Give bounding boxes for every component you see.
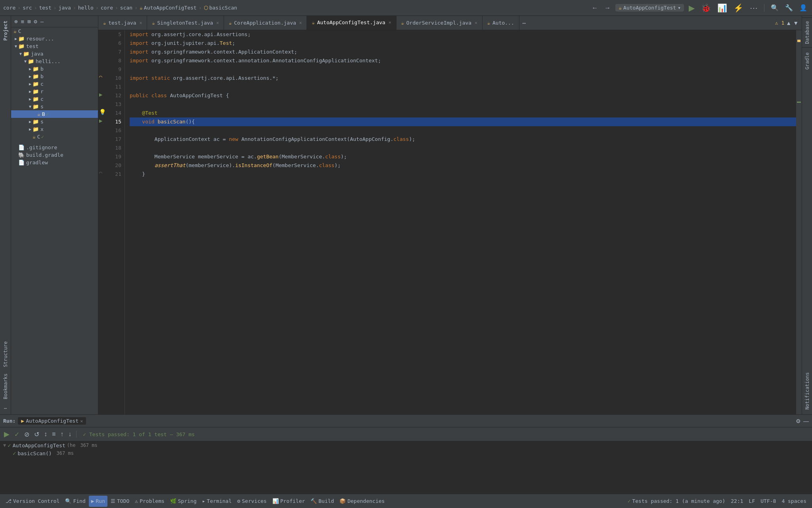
- editor-area: ☕ test.java ✕ ☕ SingletonTest.java ✕ ☕ C…: [98, 16, 802, 414]
- navigation-forward-btn[interactable]: →: [603, 3, 612, 13]
- more-tools-btn[interactable]: ⋯: [2, 402, 8, 414]
- status-terminal-btn[interactable]: ▸ Terminal: [200, 496, 234, 507]
- tab-test-java[interactable]: ☕ test.java ✕: [98, 16, 147, 30]
- run-gutter-line15[interactable]: ▶: [99, 117, 102, 124]
- coverage-button[interactable]: 📊: [716, 2, 729, 13]
- tab-auto-dots[interactable]: ☕ Auto...: [483, 16, 519, 30]
- tree-item-b1[interactable]: ▶ 📁 b: [11, 65, 98, 73]
- status-problems-btn[interactable]: ⚠ Problems: [132, 496, 167, 507]
- tree-item-gradlew[interactable]: 📄 gradlew: [11, 159, 98, 166]
- collapse-all-icon[interactable]: ≡: [20, 17, 25, 25]
- run-button[interactable]: ▶: [687, 2, 696, 13]
- expand-all-icon[interactable]: ⊞: [27, 17, 31, 25]
- tree-item-x[interactable]: ▶ 📁 x: [11, 125, 98, 133]
- gradle-panel-btn[interactable]: Gradle: [804, 48, 810, 74]
- close-tab-test[interactable]: ✕: [140, 20, 142, 25]
- status-vcs-btn[interactable]: ⎇ Version Control: [3, 496, 62, 507]
- run-filter-btn[interactable]: ≡: [50, 430, 57, 439]
- code-area[interactable]: import org.assertj.core.api.Assertions; …: [125, 30, 796, 414]
- tab-core-application[interactable]: ☕ CoreApplication.java ✕: [224, 16, 307, 30]
- vcs-icon: ⎇: [6, 498, 11, 504]
- run-rerun-btn[interactable]: ↺: [33, 430, 41, 439]
- tree-item-gitignore[interactable]: 📄 .gitignore: [11, 144, 98, 151]
- tree-item-test[interactable]: ▼ 📁 test: [11, 42, 98, 50]
- more-tabs-btn[interactable]: ⋯: [519, 20, 529, 26]
- notifications-panel-btn[interactable]: Notifications: [804, 368, 810, 414]
- run-sort-btn[interactable]: ↕: [42, 430, 49, 439]
- status-dependencies-btn[interactable]: 📦 Dependencies: [337, 496, 387, 507]
- test-class-arrow[interactable]: ▼: [3, 443, 6, 448]
- test-class-check-icon: ✓: [8, 442, 11, 448]
- tree-item-r[interactable]: ▶ 📁 r: [11, 88, 98, 95]
- run-panel-tab-auto[interactable]: ▶ AutoAppConfigTest ✕: [18, 417, 86, 425]
- tree-item-s1[interactable]: ▼ 📁 s: [11, 103, 98, 110]
- indent-settings[interactable]: 4 spaces: [779, 496, 809, 507]
- run-play-btn[interactable]: ▶: [2, 429, 11, 439]
- run-stop-btn[interactable]: ⊘: [23, 430, 31, 439]
- cursor-position[interactable]: 22:1: [728, 496, 745, 507]
- fold-gutter-line10[interactable]: ⌒: [99, 74, 102, 80]
- tree-item-resources[interactable]: ▶ 📁 resour...: [11, 35, 98, 42]
- status-find-btn[interactable]: 🔍 Find: [63, 496, 88, 507]
- tree-item-active-file[interactable]: ☕ B ✓: [11, 110, 98, 118]
- close-tab-singleton[interactable]: ✕: [216, 20, 219, 25]
- nav-down-btn[interactable]: ▼: [793, 20, 799, 26]
- search-everywhere-btn[interactable]: 🔍: [769, 2, 780, 13]
- status-services-btn[interactable]: ⚙ Services: [235, 496, 269, 507]
- minimize-panel-icon[interactable]: —: [40, 17, 44, 25]
- debug-button[interactable]: 🐞: [699, 2, 712, 13]
- tree-item-c-java[interactable]: ☕ C ✓: [11, 133, 98, 140]
- profile-button[interactable]: ⚡: [732, 2, 745, 13]
- tab-singleton-test[interactable]: ☕ SingletonTest.java ✕: [147, 16, 224, 30]
- test-method-check-icon: ✓: [13, 450, 16, 456]
- tree-item-hello[interactable]: ▼ 📁 helli...: [11, 58, 98, 65]
- tree-item-build-gradle[interactable]: 🐘 build.gradle: [11, 151, 98, 159]
- tree-item-java[interactable]: ▼ 📁 java: [11, 50, 98, 58]
- test-method-item[interactable]: ✓ basicScan() 367 ms: [3, 449, 809, 457]
- tree-item-c[interactable]: ☕ C: [11, 27, 98, 35]
- run-config-selector[interactable]: ☕ AutoAppConfigTest ▾: [615, 4, 684, 12]
- encoding[interactable]: UTF-8: [758, 496, 778, 507]
- tree-item-c3[interactable]: ▶ 📁 c: [11, 95, 98, 103]
- close-tab-core-app[interactable]: ✕: [299, 20, 302, 25]
- close-tab-auto-app[interactable]: ✕: [389, 20, 391, 25]
- run-panel-settings-btn[interactable]: ⚙: [796, 418, 801, 424]
- account-btn[interactable]: 👤: [798, 2, 809, 13]
- status-spring-btn[interactable]: 🌿 Spring: [168, 496, 199, 507]
- navigation-back-btn[interactable]: ←: [590, 3, 599, 13]
- plugin-update-btn[interactable]: 🔧: [783, 2, 795, 13]
- tree-item-c2[interactable]: ▶ 📁 c: [11, 80, 98, 88]
- tree-item-s2[interactable]: ▶ 📁 s: [11, 118, 98, 125]
- build-icon: 🔨: [310, 498, 317, 504]
- run-panel-minimize-btn[interactable]: —: [803, 418, 809, 424]
- more-run-options[interactable]: ⋯: [748, 2, 759, 13]
- fold-gutter-line21[interactable]: ⌒: [99, 170, 102, 176]
- project-panel-label[interactable]: Project: [3, 16, 8, 46]
- tree-item-b2[interactable]: ▶ 📁 b: [11, 73, 98, 80]
- settings-icon[interactable]: ⚙: [33, 17, 38, 25]
- run-tab-close[interactable]: ✕: [80, 418, 83, 424]
- sync-icon[interactable]: ⊕: [13, 17, 18, 25]
- run-check-btn[interactable]: ✓: [13, 430, 21, 439]
- close-tab-order[interactable]: ✕: [475, 20, 477, 25]
- run-down-btn[interactable]: ↓: [67, 430, 73, 439]
- run-gutter-line12[interactable]: ▶: [99, 91, 102, 98]
- status-todo-btn[interactable]: ☰ TODO: [108, 496, 132, 507]
- structure-panel-label[interactable]: Structure: [3, 338, 8, 370]
- vcs-status-badge[interactable]: ✓ Tests passed: 1 (a minute ago): [625, 496, 728, 507]
- status-build-btn[interactable]: 🔨 Build: [308, 496, 336, 507]
- nav-up-btn[interactable]: ▲: [786, 20, 791, 26]
- run-up-btn[interactable]: ↑: [59, 430, 65, 439]
- test-class-item[interactable]: ▼ ✓ AutoAppConfigTest (he 367 ms: [3, 441, 809, 449]
- status-profiler-btn[interactable]: 📊 Profiler: [270, 496, 308, 507]
- tab-order-service[interactable]: ☕ OrderServiceImpl.java ✕: [396, 16, 483, 30]
- tab-auto-app-config-test[interactable]: ☕ AutoAppConfigTest.java ✕: [307, 16, 396, 30]
- bulb-gutter-line14[interactable]: 💡: [99, 109, 106, 115]
- bookmarks-panel-label[interactable]: Bookmarks: [3, 370, 8, 402]
- line-separator[interactable]: LF: [747, 496, 758, 507]
- status-run-btn[interactable]: ▶ Run: [89, 496, 107, 507]
- status-bar: ⎇ Version Control 🔍 Find ▶ Run ☰ TODO ⚠ …: [0, 494, 812, 508]
- editor-scrollbar[interactable]: [796, 30, 802, 414]
- database-panel-btn[interactable]: Database: [804, 18, 810, 47]
- code-line-5: import org.assertj.core.api.Assertions;: [130, 30, 796, 39]
